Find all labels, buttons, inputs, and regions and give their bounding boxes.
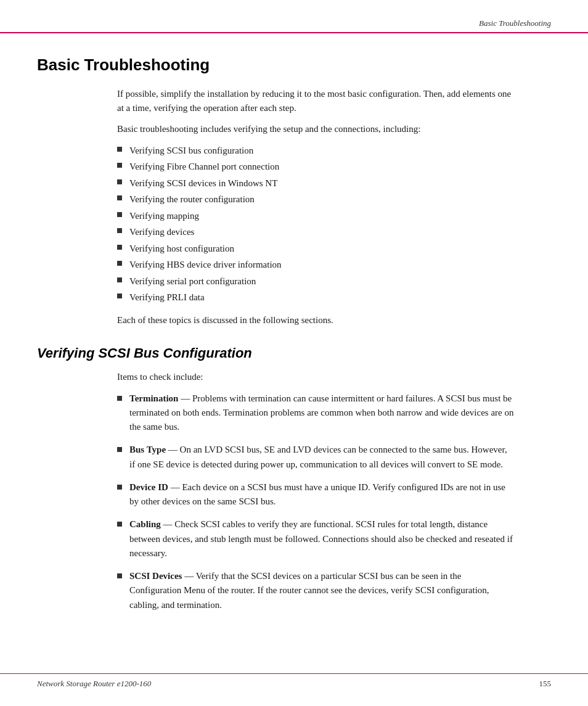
- footer-right: 155: [539, 679, 552, 689]
- bullet-icon: [117, 195, 122, 200]
- list-item-text: Bus Type — On an LVD SCSI bus, SE and LV…: [129, 443, 514, 472]
- list-item-text: Verifying SCSI bus configuration: [129, 144, 253, 158]
- item-label: Cabling: [129, 519, 161, 529]
- list-item-text: Verifying SCSI devices in Windows NT: [129, 176, 277, 191]
- bullet-icon: [117, 261, 122, 266]
- bullet-icon: [117, 522, 122, 527]
- header-right: Basic Troubleshooting: [479, 18, 551, 28]
- list-item: SCSI Devices — Verify that the SCSI devi…: [117, 569, 514, 612]
- list-item-text: SCSI Devices — Verify that the SCSI devi…: [129, 569, 514, 612]
- item-label: Device ID: [129, 482, 168, 492]
- item-detail: — Verify that the SCSI devices on a part…: [129, 571, 489, 610]
- scsi-section-title: Verifying SCSI Bus Configuration: [37, 345, 551, 361]
- intro-para-2: Basic troubleshooting includes verifying…: [117, 122, 514, 136]
- footer-left: Network Storage Router e1200-160: [37, 679, 151, 689]
- item-detail: — On an LVD SCSI bus, SE and LVD devices…: [129, 445, 507, 469]
- list-item: Verifying mapping: [117, 209, 514, 223]
- bullet-icon: [117, 485, 122, 490]
- list-item-text: Cabling — Check SCSI cables to verify th…: [129, 517, 514, 560]
- intro-para-1: If possible, simplify the installation b…: [117, 87, 514, 115]
- bottom-rule: [0, 673, 588, 674]
- bullet-icon: [117, 277, 122, 282]
- bullet-icon: [117, 573, 122, 578]
- list-item-text: Verifying PRLI data: [129, 290, 205, 305]
- list-item: Device ID — Each device on a SCSI bus mu…: [117, 480, 514, 509]
- bullet-icon: [117, 212, 122, 217]
- bullet-closing: Each of these topics is discussed in the…: [117, 313, 514, 327]
- bullet-icon: [117, 147, 122, 152]
- list-item-text: Device ID — Each device on a SCSI bus mu…: [129, 480, 514, 509]
- list-item-text: Verifying serial port configuration: [129, 274, 256, 289]
- list-item: Termination — Problems with termination …: [117, 392, 514, 435]
- list-item-text: Verifying the router configuration: [129, 192, 255, 207]
- item-detail: — Problems with termination can cause in…: [129, 393, 514, 432]
- list-item: Verifying Fibre Channel port connection: [117, 160, 514, 174]
- list-item: Cabling — Check SCSI cables to verify th…: [117, 517, 514, 560]
- list-item-text: Verifying devices: [129, 225, 194, 239]
- item-detail: — Check SCSI cables to verify they are f…: [129, 519, 513, 558]
- list-item: Verifying PRLI data: [117, 290, 514, 305]
- list-item: Verifying devices: [117, 225, 514, 239]
- list-item: Verifying SCSI bus configuration: [117, 144, 514, 158]
- scsi-detail-list: Termination — Problems with termination …: [117, 392, 514, 612]
- bullet-icon: [117, 228, 122, 233]
- list-item: Verifying serial port configuration: [117, 274, 514, 289]
- list-item: Bus Type — On an LVD SCSI bus, SE and LV…: [117, 443, 514, 472]
- list-item-text: Termination — Problems with termination …: [129, 392, 514, 435]
- list-item: Verifying the router configuration: [117, 192, 514, 207]
- bullet-icon: [117, 245, 122, 250]
- bullet-icon: [117, 293, 122, 298]
- bullet-icon: [117, 396, 122, 401]
- list-item-text: Verifying mapping: [129, 209, 199, 223]
- bullet-icon: [117, 163, 122, 168]
- list-item-text: Verifying Fibre Channel port connection: [129, 160, 279, 174]
- item-detail: — Each device on a SCSI bus must have a …: [129, 482, 505, 506]
- list-item: Verifying HBS device driver information: [117, 258, 514, 272]
- bullet-icon: [117, 447, 122, 452]
- bullet-icon: [117, 179, 122, 184]
- page-title: Basic Troubleshooting: [37, 55, 551, 75]
- list-item: Verifying SCSI devices in Windows NT: [117, 176, 514, 191]
- scsi-intro: Items to check include:: [117, 370, 514, 384]
- item-label: Bus Type: [129, 445, 166, 454]
- item-label: Termination: [129, 393, 178, 403]
- list-item-text: Verifying HBS device driver information: [129, 258, 282, 272]
- list-item-text: Verifying host configuration: [129, 242, 234, 256]
- list-item: Verifying host configuration: [117, 242, 514, 256]
- bullet-list: Verifying SCSI bus configuration Verifyi…: [117, 144, 514, 305]
- top-rule: [0, 32, 588, 33]
- item-label: SCSI Devices: [129, 571, 182, 581]
